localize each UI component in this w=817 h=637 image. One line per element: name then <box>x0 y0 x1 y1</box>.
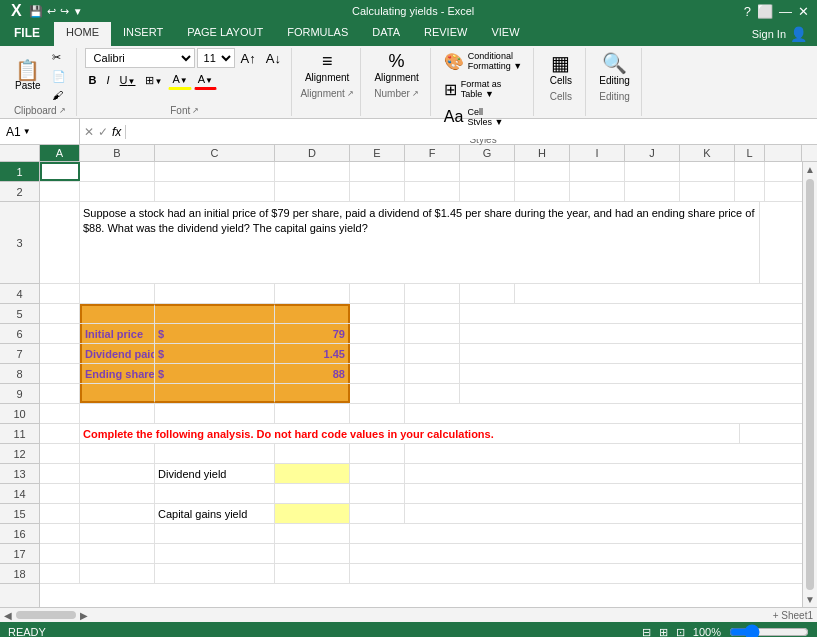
row-header-6[interactable]: 6 <box>0 324 39 344</box>
help-icon[interactable]: ? <box>744 4 751 19</box>
cell-E10[interactable] <box>350 404 405 423</box>
cell-D7[interactable]: 1.45 <box>275 344 350 363</box>
tab-formulas[interactable]: FORMULAS <box>275 22 360 46</box>
cell-D17[interactable] <box>275 544 350 563</box>
col-header-F[interactable]: F <box>405 145 460 161</box>
tab-review[interactable]: REVIEW <box>412 22 479 46</box>
cell-C9[interactable] <box>155 384 275 403</box>
cell-E13[interactable] <box>350 464 405 483</box>
col-header-E[interactable]: E <box>350 145 405 161</box>
cell-I1[interactable] <box>570 162 625 181</box>
cell-G4[interactable] <box>460 284 515 303</box>
paste-button[interactable]: 📋 Paste <box>10 57 46 94</box>
minimize-icon[interactable]: — <box>779 4 792 19</box>
cell-A5[interactable] <box>40 304 80 323</box>
restore-icon[interactable]: ⬜ <box>757 4 773 19</box>
row-header-14[interactable]: 14 <box>0 484 39 504</box>
col-header-L[interactable]: L <box>735 145 765 161</box>
row-header-13[interactable]: 13 <box>0 464 39 484</box>
cell-E4[interactable] <box>350 284 405 303</box>
decrease-font-button[interactable]: A↓ <box>262 48 285 68</box>
cell-C12[interactable] <box>155 444 275 463</box>
border-button[interactable]: ⊞▼ <box>141 70 166 90</box>
cell-A16[interactable] <box>40 524 80 543</box>
row-header-15[interactable]: 15 <box>0 504 39 524</box>
cell-B16[interactable] <box>80 524 155 543</box>
italic-button[interactable]: I <box>103 70 114 90</box>
cell-G1[interactable] <box>460 162 515 181</box>
view-page-break-icon[interactable]: ⊡ <box>676 626 685 638</box>
tab-view[interactable]: VIEW <box>479 22 531 46</box>
cell-D9[interactable] <box>275 384 350 403</box>
cell-E12[interactable] <box>350 444 405 463</box>
cell-B3-merged[interactable]: Suppose a stock had an initial price of … <box>80 202 760 284</box>
customize-icon[interactable]: ▼ <box>73 6 83 17</box>
cell-E2[interactable] <box>350 182 405 201</box>
cell-C2[interactable] <box>155 182 275 201</box>
cell-C8[interactable]: $ <box>155 364 275 383</box>
insert-function-icon[interactable]: fx <box>112 125 121 139</box>
cells-button[interactable]: ▦ Cells <box>545 48 577 89</box>
bold-button[interactable]: B <box>85 70 101 90</box>
row-header-16[interactable]: 16 <box>0 524 39 544</box>
row-header-10[interactable]: 10 <box>0 404 39 424</box>
cell-D2[interactable] <box>275 182 350 201</box>
cell-A12[interactable] <box>40 444 80 463</box>
vertical-scrollbar[interactable]: ▲ ▼ <box>802 162 817 607</box>
cell-B7[interactable]: Dividend paid <box>80 344 155 363</box>
cell-B9[interactable] <box>80 384 155 403</box>
col-header-H[interactable]: H <box>515 145 570 161</box>
row-header-8[interactable]: 8 <box>0 364 39 384</box>
cell-E9[interactable] <box>350 384 405 403</box>
font-expand-icon[interactable]: ↗ <box>192 106 199 115</box>
cell-B13[interactable] <box>80 464 155 483</box>
editing-button[interactable]: 🔍 Editing <box>594 48 635 89</box>
cell-E6[interactable] <box>350 324 405 343</box>
confirm-formula-icon[interactable]: ✓ <box>98 125 108 139</box>
fill-color-button[interactable]: A▼ <box>168 70 191 90</box>
row-header-12[interactable]: 12 <box>0 444 39 464</box>
col-header-J[interactable]: J <box>625 145 680 161</box>
cell-B2[interactable] <box>80 182 155 201</box>
cell-B11-merged[interactable]: Complete the following analysis. Do not … <box>80 424 740 443</box>
cell-C17[interactable] <box>155 544 275 563</box>
alignment-button[interactable]: ≡ Alignment <box>300 48 354 86</box>
redo-icon[interactable]: ↪ <box>60 5 69 18</box>
cell-A11[interactable] <box>40 424 80 443</box>
tab-insert[interactable]: INSERT <box>111 22 175 46</box>
cell-A6[interactable] <box>40 324 80 343</box>
cell-C15[interactable]: Capital gains yield <box>155 504 275 523</box>
cell-A4[interactable] <box>40 284 80 303</box>
row-header-7[interactable]: 7 <box>0 344 39 364</box>
cell-D18[interactable] <box>275 564 350 583</box>
cell-B15[interactable] <box>80 504 155 523</box>
cell-H2[interactable] <box>515 182 570 201</box>
tab-data[interactable]: DATA <box>360 22 412 46</box>
cell-J2[interactable] <box>625 182 680 201</box>
row-header-5[interactable]: 5 <box>0 304 39 324</box>
cell-E7[interactable] <box>350 344 405 363</box>
number-button[interactable]: % Alignment <box>369 48 423 86</box>
cell-C4[interactable] <box>155 284 275 303</box>
cell-A2[interactable] <box>40 182 80 201</box>
font-color-button[interactable]: A▼ <box>194 70 217 90</box>
name-box-dropdown-icon[interactable]: ▼ <box>23 127 31 136</box>
cell-E14[interactable] <box>350 484 405 503</box>
cell-A1[interactable] <box>40 162 80 181</box>
alignment-expand-icon[interactable]: ↗ <box>347 89 354 98</box>
cell-H1[interactable] <box>515 162 570 181</box>
cell-B4[interactable] <box>80 284 155 303</box>
cell-C6[interactable]: $ <box>155 324 275 343</box>
row-header-18[interactable]: 18 <box>0 564 39 584</box>
row-header-3[interactable]: 3 <box>0 202 39 284</box>
cell-A3[interactable] <box>40 202 80 284</box>
cell-D13[interactable] <box>275 464 350 483</box>
cell-D15[interactable] <box>275 504 350 523</box>
tab-page-layout[interactable]: PAGE LAYOUT <box>175 22 275 46</box>
cell-D14[interactable] <box>275 484 350 503</box>
cell-D6[interactable]: 79 <box>275 324 350 343</box>
cell-B5[interactable] <box>80 304 155 323</box>
cell-C18[interactable] <box>155 564 275 583</box>
cell-F6[interactable] <box>405 324 460 343</box>
cell-A10[interactable] <box>40 404 80 423</box>
